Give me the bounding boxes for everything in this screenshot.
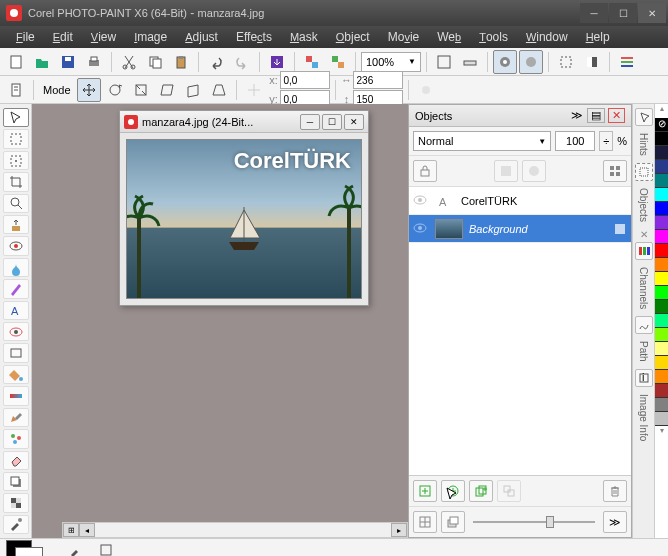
redeye2-tool[interactable]: [3, 322, 29, 341]
merge-mode2-button[interactable]: [522, 160, 546, 182]
new-from-bg-button[interactable]: [469, 480, 493, 502]
menu-movie[interactable]: Movie: [380, 28, 428, 46]
document-canvas[interactable]: CorelTÜRK: [126, 139, 362, 299]
menu-icon[interactable]: ▤: [587, 108, 605, 123]
document-titlebar[interactable]: manzara4.jpg (24-Bit... ─ ☐ ✕: [120, 111, 368, 133]
color-swatch[interactable]: [655, 244, 668, 258]
mode-scale-button[interactable]: [129, 78, 153, 102]
eyedropper-bottom[interactable]: [64, 538, 88, 557]
minimize-button[interactable]: ─: [580, 3, 608, 23]
color-swatch[interactable]: [655, 230, 668, 244]
pos-x-input[interactable]: 0,0: [280, 71, 330, 89]
close-button[interactable]: ✕: [638, 3, 666, 23]
clear-mask-button[interactable]: [554, 50, 578, 74]
menu-object[interactable]: Object: [328, 28, 378, 46]
color-swatch[interactable]: [655, 398, 668, 412]
export-button[interactable]: [326, 50, 350, 74]
visibility-icon[interactable]: [413, 193, 429, 209]
canvas-area[interactable]: manzara4.jpg (24-Bit... ─ ☐ ✕ CorelTÜRK …: [32, 104, 408, 538]
mode-skew-button[interactable]: [155, 78, 179, 102]
mode-perspective-button[interactable]: [207, 78, 231, 102]
mode-move-button[interactable]: [77, 78, 101, 102]
redo-button[interactable]: [230, 50, 254, 74]
rectangle-tool[interactable]: [3, 343, 29, 362]
menu-view[interactable]: View: [83, 28, 124, 46]
document-window[interactable]: manzara4.jpg (24-Bit... ─ ☐ ✕ CorelTÜRK: [119, 110, 369, 306]
color-swatch[interactable]: [655, 286, 668, 300]
menu-effects[interactable]: Effects: [228, 28, 280, 46]
clone-tool[interactable]: [3, 215, 29, 234]
color-swatch[interactable]: [655, 132, 668, 146]
mode-rotate-button[interactable]: [103, 78, 127, 102]
imageinfo-tab[interactable]: i: [635, 369, 653, 387]
palette-up-button[interactable]: ▴: [655, 104, 668, 118]
opacity-input[interactable]: 100: [555, 131, 595, 151]
lock-ratio-button[interactable]: [414, 78, 438, 102]
pick-tool[interactable]: [3, 108, 29, 127]
lock-button[interactable]: [413, 160, 437, 182]
group-button[interactable]: [497, 480, 521, 502]
menu-web[interactable]: Web: [429, 28, 469, 46]
color-swatch[interactable]: ⊘: [655, 118, 668, 132]
color-swatch[interactable]: [655, 202, 668, 216]
color-swatch[interactable]: [655, 188, 668, 202]
pick-prop-button[interactable]: [4, 78, 28, 102]
color-swatch[interactable]: [655, 342, 668, 356]
pos-anchor-button[interactable]: [242, 78, 266, 102]
rulers-button[interactable]: [458, 50, 482, 74]
panel-close-button[interactable]: ✕: [608, 108, 625, 123]
menu-edit[interactable]: Edit: [45, 28, 81, 46]
liquid-tool[interactable]: [3, 258, 29, 277]
options-button[interactable]: [615, 50, 639, 74]
mask-rect-tool[interactable]: [3, 129, 29, 148]
import-button[interactable]: [265, 50, 289, 74]
hints-tab[interactable]: [635, 108, 653, 126]
fg-bg-swatch[interactable]: [6, 540, 32, 557]
layer-item[interactable]: Background: [409, 215, 631, 243]
color-swatch[interactable]: [655, 314, 668, 328]
new-button[interactable]: [4, 50, 28, 74]
mask-transform-tool[interactable]: [3, 151, 29, 170]
new-lens-button[interactable]: [441, 480, 465, 502]
maximize-button[interactable]: ☐: [609, 3, 637, 23]
canvas-hscrollbar[interactable]: ⊞ ◂ ▸: [62, 522, 408, 538]
fill-tool[interactable]: [3, 365, 29, 384]
delete-button[interactable]: [603, 480, 627, 502]
dropshadow-tool[interactable]: [3, 472, 29, 491]
color-swatch[interactable]: [655, 328, 668, 342]
collapse-icon[interactable]: ≫: [571, 109, 583, 122]
imageinfo-label[interactable]: Image Info: [635, 389, 652, 446]
objects-label[interactable]: Objects: [635, 183, 652, 227]
invert-mask-button[interactable]: [580, 50, 604, 74]
hints-label[interactable]: Hints: [635, 128, 652, 161]
color-swatch[interactable]: [655, 412, 668, 426]
menu-mask[interactable]: Mask: [282, 28, 326, 46]
undo-button[interactable]: [204, 50, 228, 74]
scroll-right-button[interactable]: ▸: [391, 523, 407, 537]
image-sprayer-tool[interactable]: [3, 429, 29, 448]
paint-tool[interactable]: [3, 408, 29, 427]
text-tool[interactable]: A: [3, 301, 29, 320]
visibility-icon[interactable]: [413, 221, 429, 237]
mode-distort-button[interactable]: [181, 78, 205, 102]
color-swatch[interactable]: [655, 300, 668, 314]
eyedropper-tool[interactable]: [3, 515, 29, 534]
menu-window[interactable]: Window: [518, 28, 576, 46]
menu-help[interactable]: Help: [578, 28, 618, 46]
channels-tab[interactable]: [635, 242, 653, 260]
path-tab[interactable]: [635, 316, 653, 334]
eraser-tool[interactable]: [3, 451, 29, 470]
expand-button[interactable]: ≫: [603, 511, 627, 533]
interactive-fill-tool[interactable]: [3, 386, 29, 405]
cut-button[interactable]: [117, 50, 141, 74]
fullscreen-button[interactable]: [432, 50, 456, 74]
width-input[interactable]: 236: [353, 71, 403, 89]
layer-item[interactable]: A CorelTÜRK: [409, 187, 631, 215]
color-swatch[interactable]: [655, 370, 668, 384]
scroll-home-button[interactable]: ⊞: [63, 523, 79, 537]
show-object-button[interactable]: [519, 50, 543, 74]
menu-adjust[interactable]: Adjust: [177, 28, 226, 46]
objects-tab[interactable]: [635, 163, 653, 181]
thumbnail-options-button[interactable]: [603, 160, 627, 182]
paste-button[interactable]: [169, 50, 193, 74]
